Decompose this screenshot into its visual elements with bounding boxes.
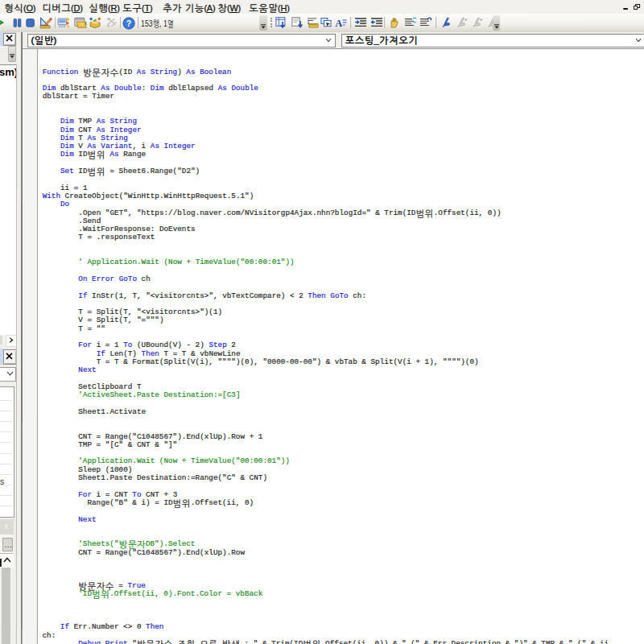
svg-text:sm): sm) <box>0 66 17 78</box>
svg-text:?: ? <box>126 19 131 28</box>
svg-text:A: A <box>335 18 342 29</box>
